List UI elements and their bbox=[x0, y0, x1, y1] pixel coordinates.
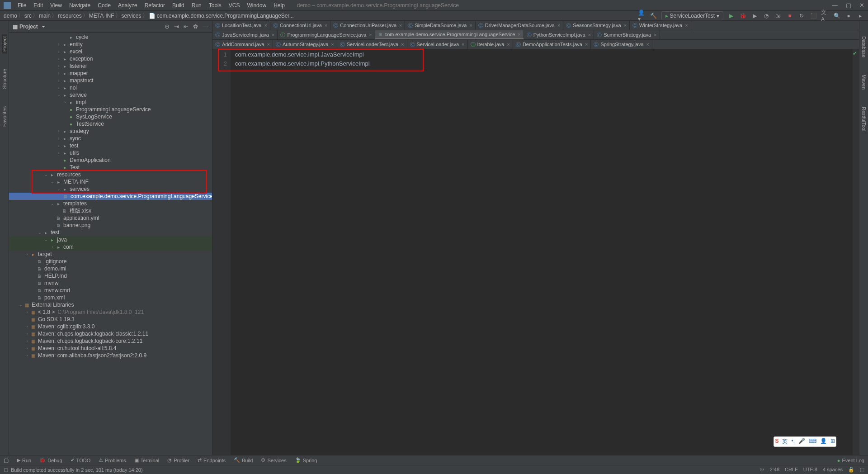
editor-tab[interactable]: ⒾIterable.java× bbox=[468, 40, 513, 49]
favorites-tool-tab[interactable]: Favorites bbox=[2, 104, 7, 128]
menu-refactor[interactable]: Refactor bbox=[142, 1, 168, 9]
editor-tab[interactable]: ⒸAutumnStrategy.java× bbox=[273, 40, 337, 49]
tree-arrow-icon[interactable]: › bbox=[24, 252, 30, 256]
bottom-tool-build[interactable]: 🔨Build bbox=[234, 457, 253, 463]
tree-item[interactable]: ›▸exception bbox=[9, 55, 212, 62]
tree-arrow-icon[interactable]: › bbox=[56, 85, 61, 90]
tree-item[interactable]: ⌄▸resources bbox=[9, 171, 212, 178]
menu-run[interactable]: Run bbox=[189, 1, 205, 9]
status-encoding[interactable]: UTF-8 bbox=[803, 467, 817, 473]
tree-item[interactable]: ›▸sync bbox=[9, 135, 212, 142]
close-tab-icon[interactable]: × bbox=[507, 42, 509, 47]
tree-item[interactable]: 🗎pom.xml bbox=[9, 294, 212, 301]
breadcrumb-item[interactable]: META-INF bbox=[89, 13, 114, 19]
menu-build[interactable]: Build bbox=[169, 1, 188, 9]
tree-item[interactable]: ›▸target bbox=[9, 251, 212, 258]
menu-view[interactable]: View bbox=[47, 1, 65, 9]
settings-icon[interactable]: ✿ bbox=[193, 23, 198, 30]
tree-item[interactable]: ›▦Maven: com.alibaba.fastjson2:fastjson2… bbox=[9, 352, 212, 359]
tree-arrow-icon[interactable]: › bbox=[50, 245, 55, 249]
tree-item[interactable]: ›▦Maven: ch.qos.logback:logback-core:1.2… bbox=[9, 337, 212, 345]
tree-arrow-icon[interactable]: › bbox=[56, 49, 61, 54]
tree-item[interactable]: ⌄▸test bbox=[9, 229, 212, 236]
run-configuration-selector[interactable]: ▸ ServiceLoaderTest ▾ bbox=[661, 11, 723, 20]
menu-navigate[interactable]: Navigate bbox=[66, 1, 94, 9]
ime-toolbar[interactable]: S 英 •, 🎤 ⌨ 👤 ⊞ bbox=[774, 436, 836, 447]
tool-windows-quick-access[interactable]: ▢ bbox=[4, 457, 9, 464]
close-tab-icon[interactable]: × bbox=[401, 42, 404, 47]
breadcrumb-item[interactable]: services bbox=[122, 13, 142, 19]
editor-tab[interactable]: ⒸDemoApplicationTests.java× bbox=[513, 40, 591, 49]
tree-arrow-icon[interactable]: › bbox=[24, 346, 30, 351]
editor-content[interactable]: 12 com.example.demo.service.impl.JavaSer… bbox=[212, 49, 859, 455]
tree-arrow-icon[interactable]: ⌄ bbox=[18, 303, 24, 307]
editor-tab[interactable]: ⒸPythonServiceImpl.java× bbox=[524, 30, 594, 39]
close-tab-icon[interactable]: × bbox=[646, 42, 649, 47]
tree-arrow-icon[interactable]: › bbox=[24, 324, 30, 329]
menu-tools[interactable]: Tools bbox=[206, 1, 225, 9]
tree-item[interactable]: ›▸impl bbox=[9, 99, 212, 106]
close-tab-icon[interactable]: × bbox=[325, 23, 327, 28]
breadcrumb-item[interactable]: src bbox=[24, 13, 32, 19]
tree-arrow-icon[interactable]: ⌄ bbox=[43, 237, 49, 242]
ime-grid-icon[interactable]: ⊞ bbox=[830, 438, 835, 446]
ime-kbd-icon[interactable]: ⌨ bbox=[809, 438, 816, 446]
tree-item[interactable]: ›▸entity bbox=[9, 41, 212, 48]
status-memory-icon[interactable]: ⬚ bbox=[860, 467, 864, 473]
tree-arrow-icon[interactable]: ⌄ bbox=[50, 180, 55, 184]
editor-tab[interactable]: ⒸJavaServiceImpl.java× bbox=[212, 30, 278, 39]
breadcrumb-item[interactable]: 📄 com.example.demo.service.ProgrammingLa… bbox=[149, 13, 294, 19]
tree-arrow-icon[interactable]: ⌄ bbox=[50, 201, 55, 206]
menu-file[interactable]: File bbox=[14, 1, 29, 9]
coverage-button[interactable]: ▶ bbox=[750, 12, 759, 20]
tree-item[interactable]: 🗎.gitignore bbox=[9, 258, 212, 265]
menu-vcs[interactable]: VCS bbox=[226, 1, 243, 9]
search-icon[interactable]: 🔍 bbox=[833, 12, 841, 20]
tree-arrow-icon[interactable]: › bbox=[24, 332, 30, 336]
editor-tab[interactable]: ⒸSummerStrategy.java× bbox=[594, 30, 660, 39]
tree-item[interactable]: 🗎mvnw bbox=[9, 280, 212, 287]
search-everywhere-button[interactable]: ⬛ bbox=[809, 12, 817, 20]
tree-item[interactable]: ⌄▸META-INF bbox=[9, 178, 212, 185]
tree-item[interactable]: ›▸excel bbox=[9, 48, 212, 55]
editor-tab[interactable]: ⒸLocaltionTest.java× bbox=[212, 21, 270, 30]
tree-item[interactable]: ›▸listener bbox=[9, 62, 212, 70]
menu-help[interactable]: Help bbox=[270, 1, 288, 9]
tree-item[interactable]: ›▦< 1.8 >C:\Program Files\Java\jdk1.8.0_… bbox=[9, 308, 212, 316]
minimize-button[interactable]: — bbox=[832, 2, 838, 9]
tree-item[interactable]: 🗎模版.xlsx bbox=[9, 207, 212, 214]
bottom-tool-problems[interactable]: ⚠Problems bbox=[99, 457, 126, 463]
tree-item[interactable]: 🗎demo.iml bbox=[9, 265, 212, 272]
close-tab-icon[interactable]: × bbox=[267, 42, 270, 47]
tree-item[interactable]: ●SysLogService bbox=[9, 113, 212, 120]
expand-all-icon[interactable]: ⇥ bbox=[174, 23, 179, 30]
tree-item[interactable]: ›▦Maven: ch.qos.logback:logback-classic:… bbox=[9, 330, 212, 337]
editor-tab[interactable]: ⒸSimpleDataSource.java× bbox=[405, 21, 475, 30]
close-tab-icon[interactable]: × bbox=[685, 23, 688, 28]
maven-tool-tab[interactable]: Maven bbox=[861, 73, 867, 91]
close-tab-icon[interactable]: × bbox=[399, 23, 402, 28]
close-tab-icon[interactable]: × bbox=[654, 32, 656, 38]
inspection-ok-icon[interactable]: ✔ bbox=[853, 50, 857, 57]
collapse-all-icon[interactable]: ⇤ bbox=[184, 23, 189, 30]
tree-item[interactable]: ›▸strategy bbox=[9, 128, 212, 135]
tree-arrow-icon[interactable]: › bbox=[56, 136, 61, 141]
bottom-tool-endpoints[interactable]: ⇄Endpoints bbox=[198, 457, 226, 463]
maximize-button[interactable]: ▢ bbox=[846, 2, 851, 9]
tree-item[interactable]: 🗎com.example.demo.service.ProgrammingLan… bbox=[9, 193, 212, 200]
stop-button[interactable]: ■ bbox=[786, 12, 794, 20]
close-tab-icon[interactable]: × bbox=[272, 32, 274, 38]
bottom-tool-run[interactable]: ▶Run bbox=[17, 457, 31, 463]
hide-panel-icon[interactable]: — bbox=[203, 23, 208, 30]
status-line-separator[interactable]: CRLF bbox=[785, 467, 798, 473]
bottom-tool-terminal[interactable]: ▣Terminal bbox=[134, 457, 160, 463]
close-tab-icon[interactable]: × bbox=[331, 42, 334, 47]
editor-tab[interactable]: ⒸAddCommand.java× bbox=[212, 40, 273, 49]
tree-item[interactable]: ●TestService bbox=[9, 120, 212, 128]
tree-arrow-icon[interactable]: › bbox=[56, 71, 61, 76]
menu-code[interactable]: Code bbox=[94, 1, 114, 9]
tree-arrow-icon[interactable]: › bbox=[56, 78, 61, 83]
tree-arrow-icon[interactable]: ⌄ bbox=[37, 230, 42, 235]
project-tree[interactable]: ▸cycle›▸entity›▸excel›▸exception›▸listen… bbox=[9, 33, 212, 455]
translate-icon[interactable]: 文A bbox=[821, 12, 829, 20]
